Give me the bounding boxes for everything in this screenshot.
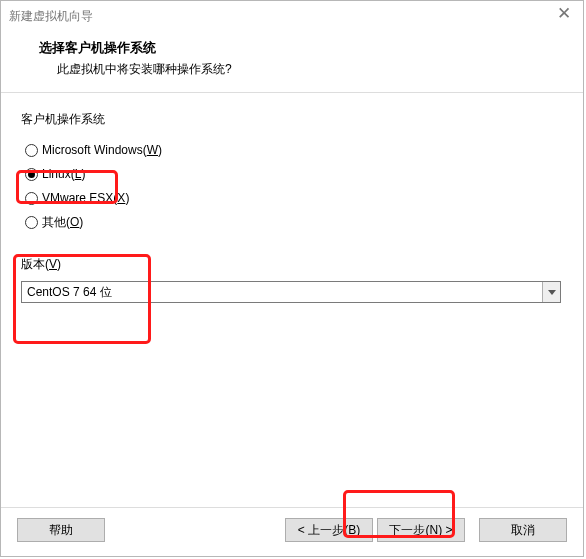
new-vm-wizard-window: 新建虚拟机向导 ✕ 选择客户机操作系统 此虚拟机中将安装哪种操作系统? 客户机操… xyxy=(0,0,584,557)
radio-other[interactable]: 其他(O) xyxy=(25,210,563,234)
radio-windows[interactable]: Microsoft Windows(W) xyxy=(25,138,563,162)
radio-linux[interactable]: Linux(L) xyxy=(25,162,563,186)
close-icon[interactable]: ✕ xyxy=(557,5,571,22)
radio-label: Linux(L) xyxy=(42,167,85,181)
wizard-title: 选择客户机操作系统 xyxy=(39,39,563,57)
version-label: 版本(V) xyxy=(21,256,563,273)
radio-label: Microsoft Windows(W) xyxy=(42,143,162,157)
version-block: 版本(V) CentOS 7 64 位 xyxy=(21,256,563,303)
radio-label: VMware ESX(X) xyxy=(42,191,129,205)
guest-os-radio-group: Microsoft Windows(W) Linux(L) VMware ESX… xyxy=(21,138,563,234)
chevron-down-icon xyxy=(542,282,560,302)
radio-icon xyxy=(25,144,38,157)
radio-icon xyxy=(25,216,38,229)
cancel-button[interactable]: 取消 xyxy=(479,518,567,542)
version-combo[interactable]: CentOS 7 64 位 xyxy=(21,281,561,303)
radio-icon xyxy=(25,168,38,181)
wizard-header: 选择客户机操作系统 此虚拟机中将安装哪种操作系统? xyxy=(1,31,583,92)
wizard-footer: 帮助 < 上一步(B) 下一步(N) > 取消 xyxy=(1,507,583,556)
radio-label: 其他(O) xyxy=(42,214,83,231)
radio-vmware-esx[interactable]: VMware ESX(X) xyxy=(25,186,563,210)
window-title: 新建虚拟机向导 xyxy=(9,8,93,25)
titlebar: 新建虚拟机向导 ✕ xyxy=(1,1,583,31)
back-button[interactable]: < 上一步(B) xyxy=(285,518,373,542)
wizard-body: 客户机操作系统 Microsoft Windows(W) Linux(L) VM… xyxy=(1,93,583,507)
next-button[interactable]: 下一步(N) > xyxy=(377,518,465,542)
help-button[interactable]: 帮助 xyxy=(17,518,105,542)
version-value: CentOS 7 64 位 xyxy=(22,284,542,301)
wizard-subtitle: 此虚拟机中将安装哪种操作系统? xyxy=(39,61,563,78)
guest-os-label: 客户机操作系统 xyxy=(21,111,563,128)
radio-icon xyxy=(25,192,38,205)
